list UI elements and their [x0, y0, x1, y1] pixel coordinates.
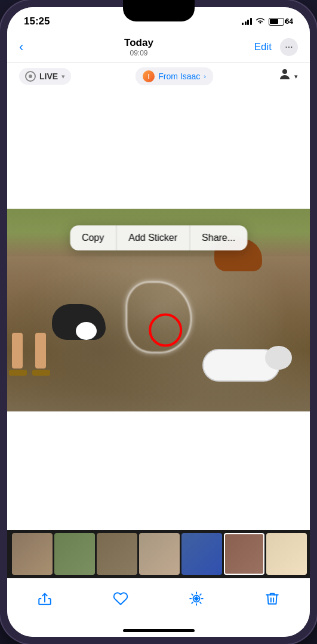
copy-button[interactable]: Copy: [70, 225, 116, 250]
sender-avatar: I: [143, 70, 155, 82]
from-chevron-icon: ›: [204, 73, 206, 80]
ellipsis-icon: ···: [285, 42, 293, 52]
red-circle-highlight: [149, 314, 182, 347]
signal-icon: [242, 18, 252, 25]
person-icon: [278, 67, 292, 85]
nav-actions: Edit ···: [254, 38, 298, 56]
content-area: Copy Add Sticker Share...: [7, 90, 310, 578]
bottom-bar: [7, 578, 310, 624]
share-button[interactable]: [32, 586, 58, 612]
trash-icon: [264, 591, 280, 606]
back-chevron-icon: ‹: [19, 39, 23, 55]
dog-black-white: [43, 292, 115, 352]
live-label: LIVE: [39, 72, 58, 81]
dog-spot: [76, 322, 97, 340]
photo-container[interactable]: Copy Add Sticker Share...: [7, 209, 310, 411]
thumbnail-5[interactable]: [181, 533, 222, 575]
dog-lying-head: [265, 346, 292, 370]
leg-left: [12, 333, 23, 369]
from-badge[interactable]: I From Isaac ›: [136, 67, 213, 85]
share-icon: [37, 591, 53, 606]
delete-button[interactable]: [259, 586, 285, 612]
status-icons: 64: [242, 17, 293, 26]
more-button[interactable]: ···: [280, 38, 298, 56]
notch: [123, 0, 195, 21]
home-indicator: [7, 624, 310, 637]
phone-screen: 15:25 64: [7, 7, 310, 637]
dog-lying: [202, 334, 292, 388]
wifi-icon: [256, 17, 265, 26]
thumbnail-6-selected[interactable]: [224, 533, 264, 575]
thumbnail-3[interactable]: [97, 533, 137, 575]
live-circle-icon: [25, 71, 36, 82]
sandal-right: [32, 370, 50, 376]
nav-center: Today 09:09: [124, 37, 153, 57]
nav-bar: ‹ Today 09:09 Edit ···: [7, 32, 310, 63]
battery-percent: 64: [285, 17, 293, 26]
white-space-top: [7, 90, 310, 209]
home-bar: [123, 629, 195, 632]
thumbnail-1[interactable]: [12, 533, 53, 575]
battery-icon: 64: [269, 17, 293, 26]
magic-wand-icon: [189, 591, 204, 606]
sandal-left: [9, 370, 27, 376]
person-button[interactable]: ▾: [278, 67, 298, 85]
heart-icon: [113, 591, 128, 606]
white-space-bottom: [7, 411, 310, 530]
add-sticker-button[interactable]: Add Sticker: [116, 225, 190, 250]
edit-button[interactable]: Edit: [254, 41, 272, 53]
nav-subtitle: 09:09: [124, 49, 153, 57]
photo-toolbar: LIVE ▾ I From Isaac › ▾: [7, 63, 310, 90]
live-dot: [29, 75, 32, 78]
nav-title: Today: [124, 37, 153, 49]
context-menu: Copy Add Sticker Share...: [70, 225, 247, 250]
thumbnail-4[interactable]: [139, 533, 180, 575]
from-label: From Isaac: [158, 72, 200, 81]
person-chevron-icon: ▾: [294, 73, 298, 80]
clean-up-button[interactable]: [183, 586, 210, 612]
thumbnail-2[interactable]: [54, 533, 95, 575]
thumbnail-strip: [7, 530, 310, 578]
phone-frame: 15:25 64: [0, 0, 317, 644]
back-button[interactable]: ‹: [19, 39, 23, 55]
live-chevron-icon: ▾: [61, 73, 65, 80]
thumbnail-7[interactable]: [266, 533, 307, 575]
status-time: 15:25: [24, 16, 50, 27]
svg-point-0: [282, 69, 287, 74]
dog-body: [52, 304, 106, 340]
photo-image: Copy Add Sticker Share...: [7, 209, 310, 411]
favorite-button[interactable]: [107, 586, 134, 612]
live-badge[interactable]: LIVE ▾: [19, 68, 71, 85]
share-button[interactable]: Share...: [190, 225, 247, 250]
